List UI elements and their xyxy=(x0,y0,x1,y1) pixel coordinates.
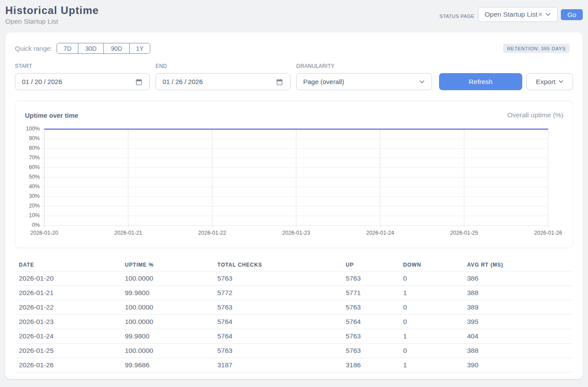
svg-text:40%: 40% xyxy=(29,183,40,190)
svg-text:20%: 20% xyxy=(29,203,40,209)
svg-text:0%: 0% xyxy=(32,222,40,228)
svg-text:60%: 60% xyxy=(29,164,40,170)
svg-text:90%: 90% xyxy=(29,135,40,141)
svg-text:50%: 50% xyxy=(29,174,40,180)
svg-text:2026-01-26: 2026-01-26 xyxy=(534,230,562,236)
svg-text:2026-01-24: 2026-01-24 xyxy=(366,230,394,236)
svg-text:100%: 100% xyxy=(26,126,40,132)
svg-text:2026-01-21: 2026-01-21 xyxy=(114,230,142,236)
svg-text:2026-01-23: 2026-01-23 xyxy=(282,230,310,236)
svg-text:10%: 10% xyxy=(29,212,40,218)
svg-text:80%: 80% xyxy=(29,145,40,151)
svg-text:2026-01-25: 2026-01-25 xyxy=(450,230,478,236)
svg-text:30%: 30% xyxy=(29,193,40,199)
svg-text:2026-01-22: 2026-01-22 xyxy=(198,230,226,236)
svg-text:70%: 70% xyxy=(29,155,40,161)
svg-text:2026-01-20: 2026-01-20 xyxy=(30,230,58,236)
